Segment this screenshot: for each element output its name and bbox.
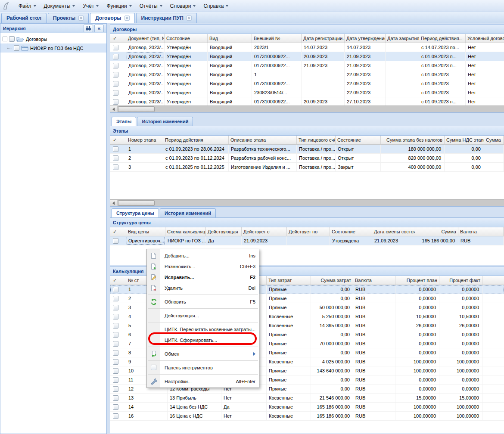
row-checkbox[interactable] bbox=[113, 287, 118, 292]
select-all-column-header[interactable]: ✓ bbox=[110, 34, 126, 43]
menubar-item[interactable]: Учёт bbox=[79, 1, 103, 11]
column-header[interactable]: Внешний № bbox=[252, 34, 302, 43]
column-header[interactable]: Тип затрат bbox=[267, 276, 311, 285]
row-checkbox[interactable] bbox=[113, 368, 118, 374]
table-row[interactable]: 2с 01.09.2023 по 01.12.2024Разработка ра… bbox=[110, 154, 504, 163]
row-checkbox[interactable] bbox=[113, 155, 118, 161]
row-checkbox[interactable] bbox=[113, 350, 118, 356]
column-header[interactable]: Состояние bbox=[165, 34, 208, 43]
tree-collapse-icon[interactable] bbox=[3, 37, 7, 41]
tab-close-icon[interactable]: ✕ bbox=[187, 16, 192, 21]
table-row[interactable]: 1616 Цена с НДСНетКосвенные165 186 000,0… bbox=[110, 412, 504, 421]
column-header[interactable]: Тип лицевого счёт bbox=[297, 136, 336, 144]
row-checkbox[interactable] bbox=[113, 90, 118, 96]
menubar-item[interactable]: Отчёты bbox=[136, 1, 166, 11]
row-checkbox[interactable] bbox=[113, 146, 118, 152]
tree-node-niokr[interactable]: НИОКР по ГОЗ без НДС bbox=[0, 43, 106, 53]
tab-close-icon[interactable]: ✕ bbox=[78, 16, 84, 21]
column-header[interactable]: Валюта bbox=[458, 227, 504, 236]
scrollbar-thumb[interactable] bbox=[118, 200, 155, 206]
row-checkbox[interactable] bbox=[113, 323, 118, 329]
row-checkbox[interactable] bbox=[113, 377, 118, 383]
table-row[interactable]: Договор, 2023/...УтверждёнВходящий122.09… bbox=[110, 70, 504, 79]
scroll-left-button[interactable] bbox=[110, 200, 117, 206]
table-row[interactable]: Договор, 2023/...УтверждёнВходящий017310… bbox=[110, 52, 504, 61]
row-checkbox[interactable] bbox=[113, 164, 118, 170]
column-header[interactable]: Действует с bbox=[242, 227, 287, 236]
row-checkbox[interactable] bbox=[113, 395, 118, 401]
column-header[interactable]: Описание этапа bbox=[229, 136, 297, 144]
panel-splitter[interactable] bbox=[107, 23, 110, 434]
column-header[interactable]: Условный договор bbox=[466, 34, 504, 43]
row-checkbox[interactable] bbox=[113, 386, 118, 392]
menu-item[interactable]: ЦИТК. Сформировать... bbox=[147, 335, 259, 345]
column-header[interactable]: Состояние bbox=[336, 136, 381, 144]
tree-node-checkbox[interactable] bbox=[14, 45, 19, 51]
tree-node-checkbox[interactable] bbox=[9, 36, 15, 42]
tab[interactable]: Инструкции ПУП✕ bbox=[136, 13, 197, 23]
row-checkbox[interactable] bbox=[113, 72, 118, 78]
tab[interactable]: История изменений bbox=[137, 117, 193, 126]
tab-close-icon[interactable]: ✕ bbox=[124, 16, 130, 21]
row-checkbox[interactable] bbox=[113, 359, 118, 365]
column-header[interactable]: Дата смены состоя bbox=[372, 227, 415, 236]
column-header[interactable]: Валюта bbox=[353, 276, 395, 285]
column-header[interactable]: Состояние bbox=[330, 227, 372, 236]
column-header[interactable]: Вид цены bbox=[126, 227, 165, 236]
tab[interactable]: История изменений bbox=[160, 208, 216, 217]
column-header[interactable]: Сумма НДС этапа bbox=[445, 136, 484, 144]
row-checkbox[interactable] bbox=[113, 305, 118, 310]
menu-item[interactable]: Настройки...Alt+Enter bbox=[147, 376, 259, 387]
menu-item[interactable]: УдалитьDel bbox=[147, 282, 259, 293]
column-header[interactable]: № строки bbox=[126, 276, 139, 285]
column-header[interactable]: Дата регистрации. bbox=[302, 34, 345, 43]
select-all-column-header[interactable]: ✓ bbox=[110, 227, 126, 236]
table-row[interactable]: 1414 Цена без НДСДаКосвенные165 186 000,… bbox=[110, 403, 504, 412]
menubar-item[interactable]: Справка bbox=[199, 1, 232, 11]
tab[interactable]: Структура цены bbox=[112, 208, 159, 217]
scroll-left-button[interactable] bbox=[110, 106, 117, 112]
table-row[interactable]: 1с 01.09.2023 по 28.06.2024Разработка те… bbox=[110, 145, 504, 154]
menubar-item[interactable]: Словари bbox=[166, 1, 200, 11]
menu-item[interactable]: Действующая... bbox=[147, 310, 259, 321]
row-checkbox[interactable] bbox=[113, 314, 118, 319]
collapse-panel-button[interactable]: « bbox=[94, 25, 104, 32]
row-checkbox[interactable] bbox=[113, 63, 118, 68]
menubar-item[interactable]: Функции bbox=[103, 1, 135, 11]
menu-item[interactable]: Добавить...Ins bbox=[147, 250, 259, 261]
table-row[interactable]: Договор, 2023/...УтверждёнВходящий230823… bbox=[110, 88, 504, 97]
column-header[interactable]: Сумма bbox=[484, 136, 504, 144]
tab[interactable]: Договоры✕ bbox=[90, 13, 134, 23]
row-checkbox[interactable] bbox=[113, 238, 118, 244]
menubar-item[interactable]: Файл bbox=[15, 1, 40, 11]
menubar-item[interactable]: Документы bbox=[40, 1, 79, 11]
row-checkbox[interactable] bbox=[113, 81, 118, 87]
table-row[interactable]: Договор, 2023/...УтверждёнВходящий2023/1… bbox=[110, 43, 504, 52]
row-checkbox[interactable] bbox=[113, 99, 118, 105]
row-checkbox[interactable] bbox=[113, 413, 118, 419]
select-all-column-header[interactable]: ✓ bbox=[110, 276, 126, 285]
table-row[interactable]: 3с 01.01.2025 по 01.12.2025Изготовление … bbox=[110, 163, 504, 172]
column-header[interactable]: Сумма bbox=[415, 227, 458, 236]
column-header[interactable]: Номер этапа bbox=[126, 136, 163, 144]
tab[interactable]: Проекты✕ bbox=[48, 13, 89, 23]
horizontal-scrollbar[interactable] bbox=[110, 105, 504, 112]
column-header[interactable]: Вид bbox=[208, 34, 252, 43]
column-header[interactable]: Период действия.. bbox=[419, 34, 466, 43]
menu-item[interactable]: Размножить...Ctrl+F3 bbox=[147, 261, 259, 272]
tree-node-contracts[interactable]: Договоры bbox=[0, 34, 106, 43]
column-header[interactable]: Процент факт bbox=[439, 276, 482, 285]
horizontal-scrollbar[interactable] bbox=[110, 199, 504, 206]
menu-item[interactable]: ЦИТК. Пересчитать косвенные затраты... bbox=[147, 324, 259, 335]
column-header[interactable]: Период действия bbox=[163, 136, 229, 144]
column-header[interactable]: Действует по bbox=[287, 227, 330, 236]
tab[interactable]: Этапы bbox=[112, 117, 136, 126]
tab[interactable]: Рабочий стол bbox=[1, 13, 47, 23]
table-row[interactable]: Договор, 2023/...УтверждёнВходящий017310… bbox=[110, 79, 504, 88]
column-header[interactable]: Действующая bbox=[206, 227, 242, 236]
column-header[interactable]: Процент план bbox=[395, 276, 439, 285]
column-header[interactable]: Дата утверждения bbox=[345, 34, 386, 43]
column-header[interactable]: Документ (тип, № bbox=[126, 34, 165, 43]
row-checkbox[interactable] bbox=[113, 332, 118, 338]
table-row[interactable]: Ориентировоч...НИОКР по ГОЗ ...Да21.09.2… bbox=[110, 236, 504, 245]
